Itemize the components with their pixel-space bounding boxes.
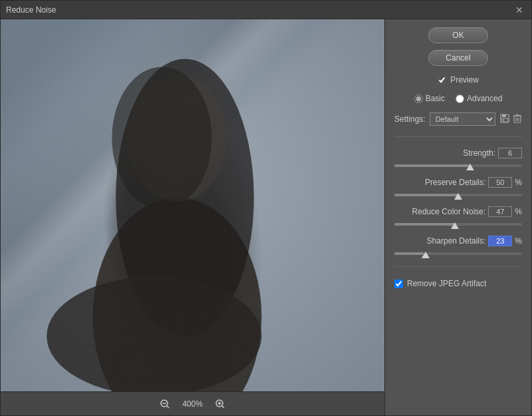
preserve-details-unit: %	[515, 178, 522, 187]
strength-label: Strength:	[463, 148, 495, 158]
svg-rect-7	[1, 19, 384, 415]
preview-image	[1, 19, 384, 415]
sharpen-details-param: Sharpen Details: %	[394, 236, 522, 257]
save-icon	[500, 114, 509, 123]
sharpen-details-label: Sharpen Details:	[427, 236, 486, 246]
delete-settings-button[interactable]	[513, 113, 522, 126]
reduce-noise-dialog: Reduce Noise ✕	[0, 0, 532, 416]
divider-2	[394, 266, 522, 267]
dialog-title: Reduce Noise	[6, 5, 56, 15]
reduce-color-noise-slider[interactable]	[394, 223, 522, 226]
preserve-details-value[interactable]	[488, 177, 512, 188]
preserve-details-label-row: Preserve Details: %	[394, 177, 522, 188]
sharpen-details-value[interactable]	[488, 236, 512, 246]
reduce-color-noise-param: Reduce Color Noise: %	[394, 206, 522, 228]
strength-value[interactable]	[498, 148, 522, 158]
sharpen-details-label-row: Sharpen Details: %	[394, 236, 522, 246]
strength-slider[interactable]	[394, 164, 522, 167]
divider-1	[394, 136, 522, 137]
strength-param: Strength:	[394, 148, 522, 169]
preview-area: 400%	[1, 19, 385, 415]
basic-radio[interactable]	[414, 95, 423, 103]
advanced-option[interactable]: Advanced	[456, 94, 502, 103]
svg-rect-17	[501, 118, 508, 122]
svg-rect-16	[502, 114, 506, 117]
ok-button[interactable]: OK	[428, 27, 488, 43]
cancel-button[interactable]: Cancel	[428, 50, 488, 66]
preview-row: Preview	[394, 75, 522, 85]
settings-select[interactable]: Default Custom	[430, 112, 495, 126]
trash-icon	[513, 114, 521, 123]
save-settings-button[interactable]	[499, 113, 510, 126]
basic-option[interactable]: Basic	[414, 94, 445, 103]
zoom-out-icon	[160, 399, 170, 409]
basic-label[interactable]: Basic	[426, 94, 445, 103]
advanced-label[interactable]: Advanced	[467, 94, 502, 103]
reduce-color-noise-value[interactable]	[488, 206, 512, 217]
svg-line-14	[222, 406, 224, 408]
advanced-radio[interactable]	[456, 95, 464, 103]
reduce-color-noise-unit: %	[515, 207, 522, 216]
right-panel: OK Cancel Preview Basic Advanced	[385, 19, 531, 415]
settings-row: Settings: Default Custom	[394, 112, 522, 126]
preview-label[interactable]: Preview	[450, 75, 479, 85]
preserve-details-param: Preserve Details: %	[394, 177, 522, 198]
close-button[interactable]: ✕	[513, 4, 526, 16]
settings-icons	[499, 113, 522, 126]
preview-checkbox[interactable]	[438, 76, 446, 85]
zoom-in-button[interactable]	[211, 397, 229, 411]
zoom-out-button[interactable]	[156, 397, 174, 411]
reduce-color-noise-label: Reduce Color Noise:	[412, 207, 486, 216]
settings-label: Settings:	[394, 114, 426, 124]
svg-rect-18	[503, 119, 504, 120]
dialog-body: 400% OK Cancel Preview	[1, 19, 531, 415]
remove-jpeg-label[interactable]: Remove JPEG Artifact	[407, 279, 486, 288]
reduce-color-noise-label-row: Reduce Color Noise: %	[394, 206, 522, 217]
zoom-level: 400%	[182, 399, 203, 409]
preserve-details-slider[interactable]	[394, 194, 522, 196]
remove-jpeg-row: Remove JPEG Artifact	[394, 279, 522, 288]
preview-bottom-bar: 400%	[1, 391, 384, 415]
sharpen-details-unit: %	[515, 236, 522, 246]
svg-line-10	[167, 406, 169, 408]
preserve-details-label: Preserve Details:	[425, 178, 485, 187]
strength-label-row: Strength:	[394, 148, 522, 158]
remove-jpeg-checkbox[interactable]	[394, 280, 403, 288]
zoom-in-icon	[215, 399, 225, 409]
mode-radio-row: Basic Advanced	[394, 94, 522, 103]
sharpen-details-slider[interactable]	[394, 252, 522, 255]
title-bar: Reduce Noise ✕	[1, 1, 531, 19]
portrait-svg	[1, 19, 384, 415]
